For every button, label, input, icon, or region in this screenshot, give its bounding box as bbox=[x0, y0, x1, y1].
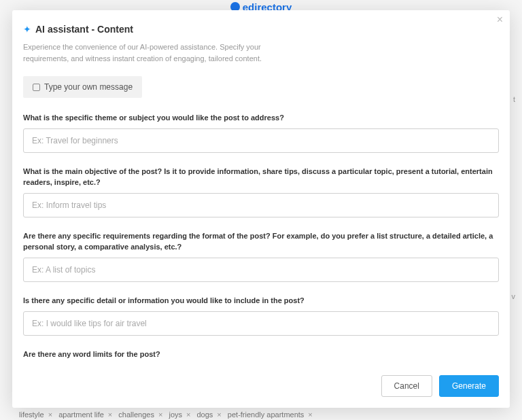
close-icon[interactable]: × bbox=[497, 14, 503, 25]
field-theme: What is the specific theme or subject yo… bbox=[23, 113, 499, 153]
tag: apartment life bbox=[58, 410, 104, 419]
field-label: Are there any word limits for the post? bbox=[23, 349, 499, 360]
ai-assistant-modal: × ✦ AI assistant - Content Experience th… bbox=[12, 10, 510, 408]
bg-right-text: t bbox=[513, 95, 515, 103]
type-own-message-button[interactable]: Type your own message bbox=[23, 76, 142, 98]
field-label: What is the main objective of the post? … bbox=[23, 167, 499, 188]
checkbox-empty-icon bbox=[33, 84, 40, 91]
field-wordlimit: Are there any word limits for the post? bbox=[23, 349, 499, 360]
tag: pet-friendly apartments bbox=[228, 410, 304, 419]
tag: lifestyle bbox=[19, 410, 44, 419]
cancel-button[interactable]: Cancel bbox=[381, 375, 432, 397]
tag: challenges bbox=[118, 410, 154, 419]
bg-tags-row: lifestyle× apartment life× challenges× j… bbox=[19, 410, 317, 419]
form-body: What is the specific theme or subject yo… bbox=[23, 113, 499, 360]
sparkle-icon: ✦ bbox=[23, 24, 31, 35]
tag: joys bbox=[169, 410, 182, 419]
field-label: Are there any specific requirements rega… bbox=[23, 231, 499, 252]
field-label: What is the specific theme or subject yo… bbox=[23, 113, 499, 123]
own-message-label: Type your own message bbox=[44, 82, 133, 92]
generate-button[interactable]: Generate bbox=[439, 375, 499, 397]
modal-header: ✦ AI assistant - Content bbox=[23, 24, 499, 35]
theme-input[interactable] bbox=[23, 128, 499, 153]
field-format: Are there any specific requirements rega… bbox=[23, 231, 499, 282]
field-label: Is there any specific detail or informat… bbox=[23, 296, 499, 306]
detail-input[interactable] bbox=[23, 311, 499, 336]
field-objective: What is the main objective of the post? … bbox=[23, 167, 499, 217]
format-input[interactable] bbox=[23, 258, 499, 282]
modal-title: AI assistant - Content bbox=[35, 24, 133, 35]
objective-input[interactable] bbox=[23, 193, 499, 217]
modal-description: Experience the convenience of our AI-pow… bbox=[23, 41, 268, 64]
field-detail: Is there any specific detail or informat… bbox=[23, 296, 499, 336]
tag: dogs bbox=[197, 410, 213, 419]
modal-footer: Cancel Generate bbox=[23, 360, 499, 397]
